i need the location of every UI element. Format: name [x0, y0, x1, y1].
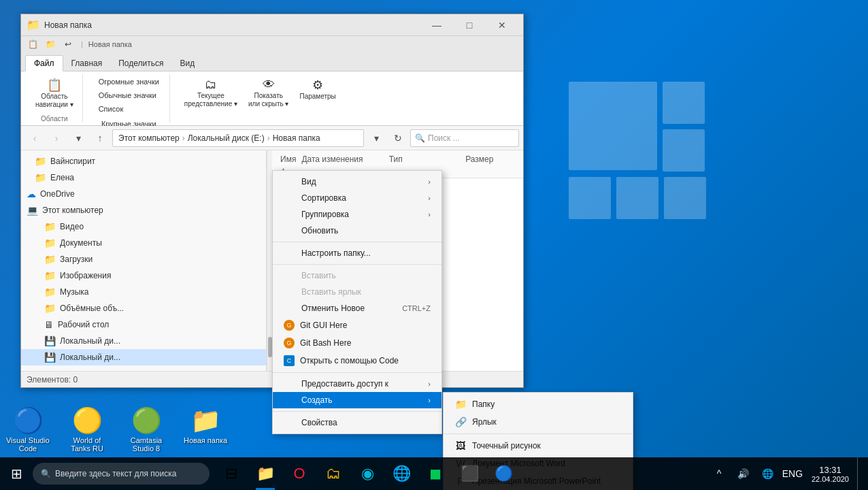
- sidebar-item-localdisk1[interactable]: 💾 Локальный ди...: [21, 333, 266, 349]
- desktop-icon-camtasia[interactable]: 🟢 Camtasia Studio 8: [122, 406, 171, 453]
- qt-undo-btn[interactable]: ↩: [61, 37, 76, 52]
- refresh-button[interactable]: ↻: [388, 129, 407, 148]
- sidebar-label-localdisk2: Локальный ди...: [60, 353, 120, 362]
- cm-view[interactable]: Вид ›: [273, 174, 441, 190]
- rb-normal-icons-btn[interactable]: Обычные значки: [94, 89, 164, 101]
- desktop-icon-vscode[interactable]: 🔵 Visual Studio Code: [3, 406, 52, 453]
- cm-customize-folder[interactable]: Настроить папку...: [273, 245, 441, 261]
- cm-paste-label: Вставить: [301, 271, 336, 280]
- rb-list-btn[interactable]: Список: [94, 103, 164, 115]
- sidebar-item-music[interactable]: 📁 Музыка: [21, 284, 266, 300]
- taskbar-app9[interactable]: 🔵: [487, 457, 520, 490]
- sidebar-label-desktop: Рабочий стол: [58, 320, 109, 329]
- sm-folder[interactable]: 📁 Папку: [444, 395, 633, 413]
- sidebar-item-downloads[interactable]: 📁 Загрузки: [21, 251, 266, 267]
- cm-refresh[interactable]: Обновить: [273, 223, 441, 239]
- recent-button[interactable]: ▾: [69, 129, 88, 148]
- sidebar-icon-desktop: 🖥: [44, 319, 54, 330]
- cm-git-bash[interactable]: G Git Bash Here: [273, 334, 441, 352]
- col-size-label: Размер: [465, 154, 493, 164]
- sidebar-item-desktop[interactable]: 🖥 Рабочий стол: [21, 316, 266, 333]
- tray-network[interactable]: 🌐: [757, 457, 779, 490]
- up-button[interactable]: ↑: [90, 129, 110, 148]
- cm-git-gui[interactable]: G Git GUI Here: [273, 316, 441, 334]
- rb-params-btn[interactable]: ⚙ Параметры: [296, 76, 339, 102]
- sidebar-scrollbar[interactable]: [267, 150, 272, 371]
- sidebar-item-3d[interactable]: 📁 Объёмные объ...: [21, 300, 266, 316]
- cm-sort-label: Сортировка: [301, 193, 346, 203]
- dropdown-button[interactable]: ▾: [367, 129, 386, 148]
- sidebar-item-images[interactable]: 📁 Изображения: [21, 267, 266, 284]
- qt-new-folder-btn[interactable]: 📁: [43, 37, 58, 52]
- cm-undo-label: Отменить Новое: [301, 304, 365, 313]
- col-header-size[interactable]: Размер: [463, 153, 518, 175]
- sidebar-item-docs[interactable]: 📁 Документы: [21, 235, 266, 251]
- taskbar-file-explorer[interactable]: 📁: [249, 457, 282, 490]
- start-button[interactable]: ⊞: [0, 457, 33, 490]
- taskbar-search[interactable]: 🔍 Введите здесь текст для поиска: [33, 463, 210, 485]
- show-desktop-btn[interactable]: [857, 457, 863, 490]
- cm-undo[interactable]: Отменить Новое CTRL+Z: [273, 300, 441, 316]
- rb-huge-icons-btn[interactable]: Огромные значки: [94, 76, 164, 88]
- taskbar-app7[interactable]: ◼: [419, 457, 452, 490]
- clock[interactable]: 13:31 22.04.2020: [806, 457, 854, 490]
- tray-volume[interactable]: 🔊: [733, 457, 754, 490]
- taskbar-chrome[interactable]: 🌐: [385, 457, 418, 490]
- rb-show-hide-btn[interactable]: 👁 Показатьили скрыть ▾: [245, 76, 292, 110]
- close-button[interactable]: ✕: [486, 14, 518, 36]
- col-type-label: Тип: [389, 154, 403, 164]
- desktop-icon-wot[interactable]: 🟡 World of Tanks RU: [63, 406, 112, 453]
- cm-paste-shortcut: Вставить ярлык: [273, 284, 441, 300]
- cm-create[interactable]: Создать › 📁 Папку 🔗 Ярлык 🖼 Точечный рис…: [273, 392, 441, 408]
- cm-properties-label: Свойства: [301, 418, 337, 427]
- taskbar-task-view[interactable]: ⊟: [215, 457, 248, 490]
- tab-home[interactable]: Главная: [63, 56, 111, 71]
- search-placeholder: Поиск ...: [428, 133, 460, 143]
- sidebar-item-localdisk2[interactable]: 💾 Локальный ди...: [21, 349, 266, 365]
- sidebar-item-computer[interactable]: 💻 Этот компьютер: [21, 202, 266, 218]
- app8-icon: ⬛: [461, 465, 479, 483]
- forward-button[interactable]: ›: [47, 129, 66, 148]
- tab-file[interactable]: Файл: [25, 55, 63, 71]
- sm-bitmap[interactable]: 🖼 Точечный рисунок: [444, 437, 633, 455]
- cm-vscode[interactable]: C Открыть с помощью Code: [273, 352, 441, 370]
- addr-segment-folder: Новая папка: [273, 133, 320, 143]
- taskbar-folder-app[interactable]: 🗂: [317, 457, 350, 490]
- sidebar-item-wainspirit[interactable]: 📁 Вайнспирит: [21, 153, 266, 169]
- ribbon-group-areas: 📋 Областьнавигации ▾ Области: [27, 74, 83, 122]
- sm-shortcut[interactable]: 🔗 Ярлык: [444, 413, 633, 431]
- cm-share[interactable]: Предоставить доступ к ›: [273, 376, 441, 392]
- search-box[interactable]: 🔍 Поиск ...: [410, 129, 519, 147]
- desktop-icon-new-folder[interactable]: 📁 Новая папка: [181, 406, 230, 453]
- tray-chevron[interactable]: ^: [708, 457, 730, 490]
- tab-view[interactable]: Вид: [171, 56, 203, 71]
- taskbar-opera[interactable]: O: [283, 457, 316, 490]
- rb-nav-panel-label: Областьнавигации ▾: [35, 93, 73, 109]
- address-path[interactable]: Этот компьютер › Локальный диск (E:) › Н…: [112, 129, 364, 147]
- cm-customize-label: Настроить папку...: [301, 248, 371, 258]
- sidebar-icon-elena: 📁: [35, 172, 46, 183]
- taskbar-app5[interactable]: ◉: [351, 457, 384, 490]
- sidebar-icon-docs: 📁: [44, 238, 56, 248]
- rb-nav-panel-btn[interactable]: 📋 Областьнавигации ▾: [32, 76, 77, 111]
- cm-properties[interactable]: Свойства: [273, 414, 441, 431]
- back-button[interactable]: ‹: [25, 129, 44, 148]
- tab-share[interactable]: Поделиться: [110, 56, 171, 71]
- sidebar-item-video[interactable]: 📁 Видео: [21, 218, 266, 235]
- sm-divider-1: [444, 434, 633, 434]
- ribbon-content: 📋 Областьнавигации ▾ Области Огромные зн…: [21, 71, 523, 126]
- maximize-button[interactable]: □: [454, 14, 485, 36]
- sidebar-item-onedrive[interactable]: ☁ OneDrive: [21, 186, 266, 202]
- cm-group[interactable]: Группировка ›: [273, 206, 441, 223]
- desktop-tiles: [569, 82, 773, 272]
- rb-current-view-btn[interactable]: 🗂 Текущеепредставление ▾: [181, 76, 241, 110]
- minimize-button[interactable]: —: [421, 14, 452, 36]
- tray-lang[interactable]: ENG: [782, 457, 803, 490]
- taskbar-app8[interactable]: ⬛: [453, 457, 486, 490]
- tile-large-1: [569, 82, 657, 170]
- qt-properties-btn[interactable]: 📋: [25, 37, 40, 52]
- sidebar-item-elena[interactable]: 📁 Елена: [21, 169, 266, 186]
- desktop-icon-camtasia-label: Camtasia Studio 8: [122, 436, 171, 453]
- qt-separator: |: [81, 40, 83, 48]
- cm-sort[interactable]: Сортировка ›: [273, 190, 441, 206]
